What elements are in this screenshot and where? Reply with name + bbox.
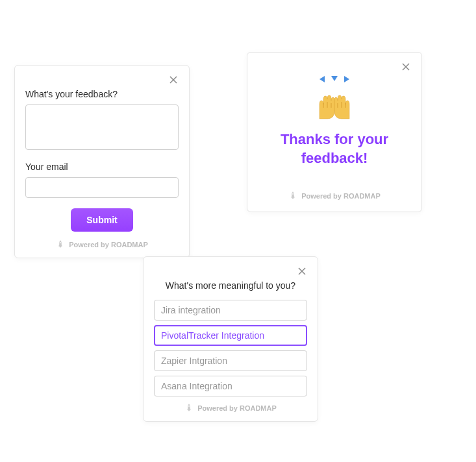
feedback-textarea[interactable] [25, 104, 179, 150]
close-button[interactable] [168, 75, 179, 85]
submit-button[interactable]: Submit [71, 208, 132, 232]
close-icon [297, 267, 307, 276]
close-row [154, 266, 307, 276]
choice-question: What's more meaningful to you? [154, 280, 307, 291]
powered-by-text: Powered by ROADMAP [197, 404, 277, 412]
email-input[interactable] [25, 177, 179, 198]
thanks-card: Thanks for your feedback! Powered by ROA… [247, 52, 422, 212]
choice-option[interactable]: PivotalTracker Integration [154, 325, 307, 346]
confetti-triangles [258, 76, 411, 82]
thanks-message: Thanks for your feedback! [258, 130, 411, 167]
choice-option[interactable]: Asana Integration [154, 376, 307, 396]
rocket-icon [56, 239, 65, 250]
triangle-down-icon [331, 76, 338, 81]
feedback-label: What's your feedback? [25, 89, 179, 99]
raised-hands-icon [258, 91, 411, 120]
close-button[interactable] [401, 62, 411, 72]
triangle-right-icon [344, 76, 349, 82]
close-row [25, 75, 179, 85]
choice-option[interactable]: Jira integration [154, 300, 307, 321]
powered-by-footer: Powered by ROADMAP [154, 403, 307, 413]
celebration-graphic [258, 76, 411, 120]
choice-card: What's more meaningful to you? Jira inte… [143, 256, 318, 422]
powered-by-footer: Powered by ROADMAP [25, 239, 179, 250]
options-list: Jira integrationPivotalTracker Integrati… [154, 300, 307, 396]
close-icon [169, 75, 178, 84]
email-label: Your email [25, 162, 179, 172]
close-row [258, 62, 411, 72]
powered-by-text: Powered by ROADMAP [69, 241, 148, 249]
rocket-icon [288, 191, 297, 201]
close-button[interactable] [297, 266, 307, 276]
feedback-form-card: What's your feedback? Your email Submit … [14, 65, 190, 258]
rocket-icon [184, 403, 194, 413]
powered-by-footer: Powered by ROADMAP [258, 191, 411, 201]
triangle-left-icon [319, 76, 325, 82]
powered-by-text: Powered by ROADMAP [301, 192, 381, 200]
close-icon [401, 62, 410, 71]
choice-option[interactable]: Zapier Intgration [154, 350, 307, 371]
